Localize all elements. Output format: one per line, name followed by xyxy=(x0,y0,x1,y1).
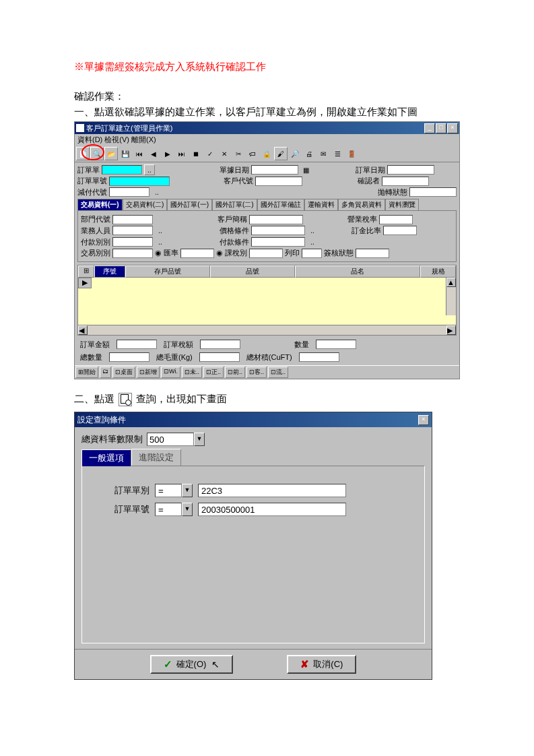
taskbtn[interactable]: ⊡Wi. xyxy=(161,367,180,378)
ok-button[interactable]: ✓ 確定(O) ↖ xyxy=(150,655,234,674)
cancel-button[interactable]: ✘ 取消(C) xyxy=(287,655,356,674)
tax-input[interactable] xyxy=(249,249,283,258)
close-button[interactable]: × xyxy=(418,415,429,425)
mail-icon[interactable]: ✉ xyxy=(316,147,330,160)
maximize-button[interactable]: □ xyxy=(436,123,446,133)
cancel-icon[interactable]: ✕ xyxy=(218,147,231,160)
tab-general[interactable]: 一般選項 xyxy=(81,449,131,466)
label: 減付代號 xyxy=(77,187,107,197)
limit-label: 總資料筆數限制 xyxy=(81,433,143,445)
save-icon[interactable]: 💾 xyxy=(119,147,132,160)
search-doc-icon xyxy=(119,393,132,406)
cust-input[interactable] xyxy=(255,177,302,186)
grid-body[interactable]: ▶ ▲ xyxy=(78,278,456,325)
order-type-input[interactable] xyxy=(102,165,142,175)
label: 單據日期 xyxy=(220,165,249,175)
label: 訂單單 xyxy=(77,165,100,175)
taskbtn[interactable]: ⊡客.. xyxy=(246,367,267,378)
tab-1[interactable]: 交易資料(一) xyxy=(77,199,123,210)
step-1: 一、點選欲確認單據的建立作業，以客戶訂單建立為例，開啟建立作業如下圖 xyxy=(74,106,460,119)
ord-date-input[interactable] xyxy=(387,165,434,175)
tab-2[interactable]: 交易資料(二) xyxy=(123,199,168,210)
prev-icon[interactable]: ◀ xyxy=(147,147,160,160)
taskbtn[interactable]: ⊡未.. xyxy=(182,367,202,378)
stop-icon[interactable]: ⏹ xyxy=(189,147,203,160)
vscrollbar[interactable]: ▲ xyxy=(446,278,456,315)
biztax-input[interactable] xyxy=(379,215,413,224)
paytype-input[interactable] xyxy=(112,237,153,247)
chevron-down-icon[interactable]: ▼ xyxy=(182,503,193,516)
trade-input[interactable] xyxy=(112,249,153,258)
limit-combo[interactable]: ▼ xyxy=(147,433,205,446)
orderrate-input[interactable] xyxy=(383,226,417,235)
paint-icon[interactable]: 🖌 xyxy=(274,147,288,160)
tab-5[interactable]: 國外訂單備註 xyxy=(257,199,304,210)
tab-8[interactable]: 資料瀏覽 xyxy=(385,199,419,210)
taskbtn[interactable]: ⊡新增 xyxy=(137,367,160,378)
taskbtn[interactable]: ⊡前.. xyxy=(225,367,245,378)
titlebar: 客戶訂單建立(管理員作業) _ □ × xyxy=(75,122,459,134)
label: 訂單單號 xyxy=(77,176,107,186)
chevron-down-icon[interactable]: ▼ xyxy=(182,484,193,497)
dept-input[interactable] xyxy=(112,215,153,224)
tab-6[interactable]: 運輸資料 xyxy=(304,199,338,210)
next-icon[interactable]: ▶ xyxy=(161,147,174,160)
window-title: 客戶訂單建立(管理員作業) xyxy=(86,123,424,133)
doc-date-input[interactable] xyxy=(251,165,298,175)
minimize-button[interactable]: _ xyxy=(424,123,435,133)
lookup-icon[interactable]: .. xyxy=(144,164,155,175)
rate-input[interactable] xyxy=(180,249,214,258)
close-button[interactable]: × xyxy=(447,123,458,133)
paycond-input[interactable] xyxy=(251,237,305,247)
preview-icon[interactable]: 🔎 xyxy=(288,147,302,160)
check-icon: ✓ xyxy=(164,658,172,670)
taskbtn[interactable]: ⊡正.. xyxy=(203,367,224,378)
cut-icon[interactable]: ✂ xyxy=(232,147,245,160)
exit-icon[interactable]: 🚪 xyxy=(345,147,358,160)
op-combo[interactable]: ▼ xyxy=(155,484,193,497)
op-combo[interactable]: ▼ xyxy=(155,503,193,516)
tab-strip: 交易資料(一) 交易資料(二) 國外訂單(一) 國外訂單(二) 國外訂單備註 運… xyxy=(77,199,457,210)
section-heading: 確認作業： xyxy=(74,90,460,103)
attach-input[interactable] xyxy=(409,187,457,197)
chevron-down-icon[interactable]: ▼ xyxy=(194,433,205,446)
tab-7[interactable]: 多角貿易資料 xyxy=(338,199,385,210)
hscrollbar[interactable]: ◀▶ xyxy=(78,325,456,335)
tag-icon[interactable]: 🏷 xyxy=(246,147,259,160)
taskbtn[interactable]: ⊡桌面 xyxy=(112,367,135,378)
tab-3[interactable]: 國外訂單(一) xyxy=(167,199,212,210)
confirmer-input[interactable] xyxy=(382,177,429,186)
value-input[interactable] xyxy=(198,503,346,516)
first-icon[interactable]: ⏮ xyxy=(133,147,146,160)
search-icon[interactable]: 🔍 xyxy=(90,147,104,160)
sign-input[interactable] xyxy=(356,249,389,258)
open-icon[interactable]: 📂 xyxy=(104,147,118,160)
dec-input[interactable] xyxy=(109,187,149,197)
price-input[interactable] xyxy=(251,226,305,235)
last-icon[interactable]: ⏭ xyxy=(175,147,189,160)
taskbtn[interactable]: 🗂 xyxy=(100,367,111,378)
order-no-input[interactable] xyxy=(109,177,170,186)
cursor-icon: ↖ xyxy=(211,659,220,670)
detail-grid: ⊞ 序號 存戶品號 品號 品名 規格 ▶ ▲ ◀▶ xyxy=(77,265,457,336)
cal-icon[interactable]: ▦ xyxy=(300,164,311,175)
print-input[interactable] xyxy=(302,249,322,258)
approval-note: ※單據需經簽核完成方入系統執行確認工作 xyxy=(74,61,460,73)
value-input[interactable] xyxy=(198,484,346,497)
print-icon[interactable]: 🖨 xyxy=(302,147,316,160)
list-icon[interactable]: ☰ xyxy=(331,147,344,160)
agent-input[interactable] xyxy=(112,226,153,235)
taskbtn[interactable]: ⊞開始 xyxy=(75,367,98,378)
lookup-icon[interactable]: .. xyxy=(152,187,162,197)
limit-input[interactable] xyxy=(147,433,194,446)
ok-icon[interactable]: ✓ xyxy=(203,147,217,160)
menubar[interactable]: 資料(D) 檢視(V) 離開(X) xyxy=(75,134,459,146)
cust2-input[interactable] xyxy=(249,215,303,224)
lock-icon[interactable]: 🔒 xyxy=(260,147,273,160)
label: 客戶代號 xyxy=(224,176,253,186)
new-icon[interactable]: 📄 xyxy=(76,147,90,160)
tab-advanced[interactable]: 進階設定 xyxy=(131,449,181,466)
label: 訂單日期 xyxy=(356,165,385,175)
tab-4[interactable]: 國外訂單(二) xyxy=(212,199,257,210)
taskbtn[interactable]: ⊡流.. xyxy=(268,367,288,378)
